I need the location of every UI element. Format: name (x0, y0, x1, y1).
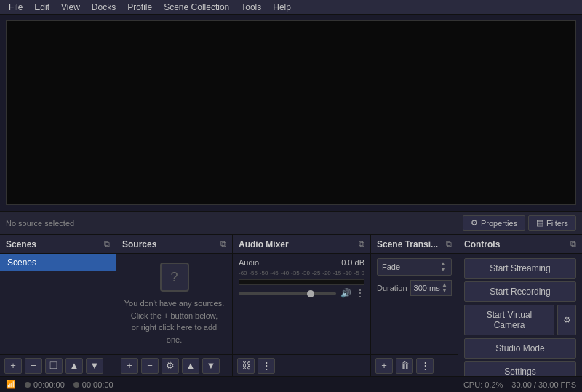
controls-header: Controls ⧉ (458, 235, 582, 254)
scenes-up-button[interactable]: ▲ (65, 358, 83, 374)
duration-label: Duration (377, 284, 407, 292)
audio-section: Audio Mixer ⧉ Audio 0.0 dB -60-55-50-45-… (233, 235, 371, 376)
sources-up-button[interactable]: ▲ (182, 358, 199, 374)
properties-tab[interactable]: ⚙ Properties (463, 215, 525, 231)
sources-empty-icon: ? (160, 263, 189, 292)
status-network: 📶 (6, 380, 16, 389)
transitions-content: Fade ▲ ▼ Duration 300 ms ▲ ▼ (371, 254, 458, 300)
controls-title: Controls (464, 239, 500, 249)
scenes-header: Scenes ⧉ (0, 235, 116, 254)
audio-title: Audio Mixer (239, 239, 289, 249)
filters-label: Filters (546, 219, 568, 228)
sources-remove-button[interactable]: − (141, 358, 159, 374)
audio-meter-marks: -60-55-50-45-40-35-30-25-20-15-10-50 (239, 270, 364, 276)
scenes-down-button[interactable]: ▼ (86, 358, 103, 374)
audio-settings-button[interactable]: ⋮ (258, 358, 275, 374)
menu-edit[interactable]: Edit (28, 0, 55, 14)
chart-icon: 📶 (6, 380, 16, 389)
menu-help[interactable]: Help (267, 0, 297, 14)
sources-header: Sources ⧉ (116, 235, 232, 254)
audio-add-button[interactable]: ⛓ (237, 358, 255, 374)
audio-footer: ⛓ ⋮ (233, 354, 370, 376)
fade-label: Fade (382, 263, 400, 271)
menu-tools[interactable]: Tools (235, 0, 267, 14)
transitions-remove-button[interactable]: 🗑 (396, 358, 413, 374)
menu-profile[interactable]: Profile (121, 0, 158, 14)
status-stream: 00:00:00 (25, 380, 65, 389)
no-source-label: No source selected (6, 219, 460, 228)
scene-item-scenes[interactable]: Scenes (0, 254, 116, 271)
menu-view[interactable]: View (55, 0, 86, 14)
studio-mode-button[interactable]: Studio Mode (464, 338, 576, 359)
transitions-title: Scene Transi... (377, 239, 438, 249)
controls-content: Start Streaming Start Recording Start Vi… (458, 254, 582, 376)
start-virtual-camera-button[interactable]: Start Virtual Camera (464, 305, 554, 335)
statusbar: 📶 00:00:00 00:00:00 CPU: 0.2% 30.00 / 30… (0, 376, 582, 392)
scenes-pop-icon[interactable]: ⧉ (104, 239, 110, 249)
filters-tab[interactable]: ▤ Filters (528, 215, 576, 231)
audio-channel-0: Audio 0.0 dB -60-55-50-45-40-35-30-25-20… (233, 254, 370, 303)
sources-settings-button[interactable]: ⚙ (162, 358, 179, 374)
controls-section: Controls ⧉ Start Streaming Start Recordi… (458, 235, 582, 376)
transitions-add-button[interactable]: + (375, 358, 393, 374)
scenes-remove-button[interactable]: − (25, 358, 42, 374)
audio-menu-icon[interactable]: ⋮ (356, 288, 364, 298)
speaker-icon[interactable]: 🔊 (340, 288, 351, 298)
duration-down-icon[interactable]: ▼ (441, 288, 448, 294)
gear-icon: ⚙ (471, 218, 478, 228)
scenes-copy-button[interactable]: ❑ (45, 358, 63, 374)
chevron-down-icon[interactable]: ▼ (439, 267, 447, 273)
source-bar: No source selected ⚙ Properties ▤ Filter… (0, 211, 582, 234)
fps-label: 30.00 / 30.00 FPS (511, 380, 576, 389)
fade-select[interactable]: Fade ▲ ▼ (377, 258, 452, 276)
scenes-footer: + − ❑ ▲ ▼ (0, 354, 116, 376)
sources-empty-text: You don't have any sources. Click the + … (124, 297, 225, 345)
sources-pop-icon[interactable]: ⧉ (220, 239, 226, 249)
controls-pop-icon[interactable]: ⧉ (570, 239, 576, 249)
scenes-title: Scenes (6, 239, 36, 249)
transitions-menu-button[interactable]: ⋮ (416, 358, 434, 374)
duration-value-text: 300 ms (414, 284, 440, 292)
sources-section: Sources ⧉ ? You don't have any sources. … (116, 235, 233, 376)
virtual-camera-row: Start Virtual Camera ⚙ (464, 305, 576, 335)
properties-label: Properties (481, 219, 517, 228)
menubar: File Edit View Docks Profile Scene Colle… (0, 0, 582, 15)
duration-input[interactable]: 300 ms ▲ ▼ (410, 280, 452, 296)
sources-down-button[interactable]: ▼ (202, 358, 220, 374)
start-streaming-button[interactable]: Start Streaming (464, 258, 576, 279)
audio-pop-icon[interactable]: ⧉ (359, 239, 364, 249)
menu-scene-collection[interactable]: Scene Collection (158, 0, 235, 14)
virtual-camera-settings-icon[interactable]: ⚙ (557, 305, 576, 335)
volume-slider[interactable] (239, 292, 336, 295)
bottom-panel: Scenes ⧉ Scenes + − ❑ ▲ ▼ Sources ⧉ (0, 234, 582, 376)
main-area: No source selected ⚙ Properties ▤ Filter… (0, 15, 582, 376)
preview-area (6, 20, 576, 205)
sources-title: Sources (122, 239, 156, 249)
audio-controls: 🔊 ⋮ (239, 288, 364, 298)
audio-channel-db: 0.0 dB (341, 258, 364, 267)
settings-button[interactable]: Settings (464, 361, 576, 376)
duration-row: Duration 300 ms ▲ ▼ (377, 280, 452, 296)
sources-footer: + − ⚙ ▲ ▼ (116, 354, 232, 376)
audio-channel-label: Audio (239, 258, 259, 267)
status-record: 00:00:00 (73, 380, 113, 389)
menu-docks[interactable]: Docks (86, 0, 121, 14)
sources-empty-area[interactable]: ? You don't have any sources. Click the … (116, 254, 232, 354)
transitions-section: Scene Transi... ⧉ Fade ▲ ▼ Duration (371, 235, 458, 376)
scenes-section: Scenes ⧉ Scenes + − ❑ ▲ ▼ (0, 235, 116, 376)
rec-time: 00:00:00 (82, 380, 113, 389)
audio-channel-header: Audio 0.0 dB (239, 258, 364, 267)
audio-meter (239, 279, 364, 285)
sources-add-button[interactable]: + (121, 358, 138, 374)
volume-thumb[interactable] (307, 290, 314, 297)
transitions-pop-icon[interactable]: ⧉ (446, 239, 452, 249)
transitions-footer: + 🗑 ⋮ (371, 354, 458, 376)
menu-file[interactable]: File (3, 0, 28, 14)
transitions-header: Scene Transi... ⧉ (371, 235, 458, 254)
center-panel: No source selected ⚙ Properties ▤ Filter… (0, 15, 582, 376)
scenes-add-button[interactable]: + (4, 358, 22, 374)
start-recording-button[interactable]: Start Recording (464, 281, 576, 302)
filter-icon: ▤ (536, 218, 543, 228)
cpu-label: CPU: 0.2% (463, 380, 503, 389)
stream-dot (25, 382, 31, 388)
